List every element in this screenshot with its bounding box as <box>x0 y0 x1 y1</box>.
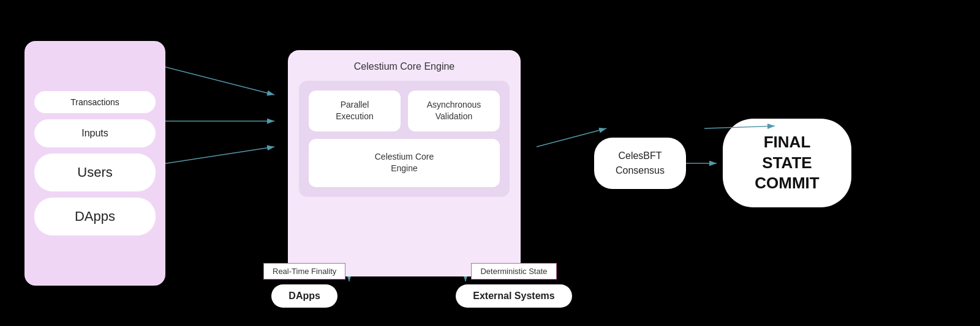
external-systems-pill: External Systems <box>456 284 571 308</box>
celesbft-box: CelesBFTConsensus <box>594 138 686 189</box>
bottom-dapps-item: Real-Time Finality DApps <box>263 263 345 308</box>
real-time-finality-label: Real-Time Finality <box>263 263 345 280</box>
inner-top-row: ParallelExecution AsynchronousValidation <box>309 91 500 132</box>
dapps-bottom-pill: DApps <box>271 284 337 308</box>
diagram-container: Transactions Inputs Users DApps Celestiu… <box>0 0 980 326</box>
celesbft-label: CelesBFTConsensus <box>616 150 665 176</box>
celestium-core-engine-inner: Celestium CoreEngine <box>309 139 500 187</box>
async-validation-pill: AsynchronousValidation <box>408 91 500 132</box>
users-pill: Users <box>34 154 156 191</box>
inner-panel: ParallelExecution AsynchronousValidation… <box>299 81 510 197</box>
final-state-label: FINAL STATE COMMIT <box>755 133 819 193</box>
dapps-pill: DApps <box>34 198 156 235</box>
inputs-pill: Inputs <box>34 119 156 147</box>
bottom-section: Real-Time Finality DApps Deterministic S… <box>263 263 572 308</box>
deterministic-state-label: Deterministic State <box>471 263 556 280</box>
core-engine-title: Celestium Core Engine <box>354 61 455 72</box>
parallel-execution-pill: ParallelExecution <box>309 91 401 132</box>
core-engine-panel: Celestium Core Engine ParallelExecution … <box>288 50 521 276</box>
inner-bottom-row: Celestium CoreEngine <box>309 139 500 187</box>
transactions-pill: Transactions <box>34 91 156 113</box>
final-state-box: FINAL STATE COMMIT <box>723 119 851 207</box>
bottom-external-item: Deterministic State External Systems <box>456 263 571 308</box>
left-input-panel: Transactions Inputs Users DApps <box>24 41 165 286</box>
arrow-svg <box>686 157 723 169</box>
arrow-connector <box>686 157 723 169</box>
